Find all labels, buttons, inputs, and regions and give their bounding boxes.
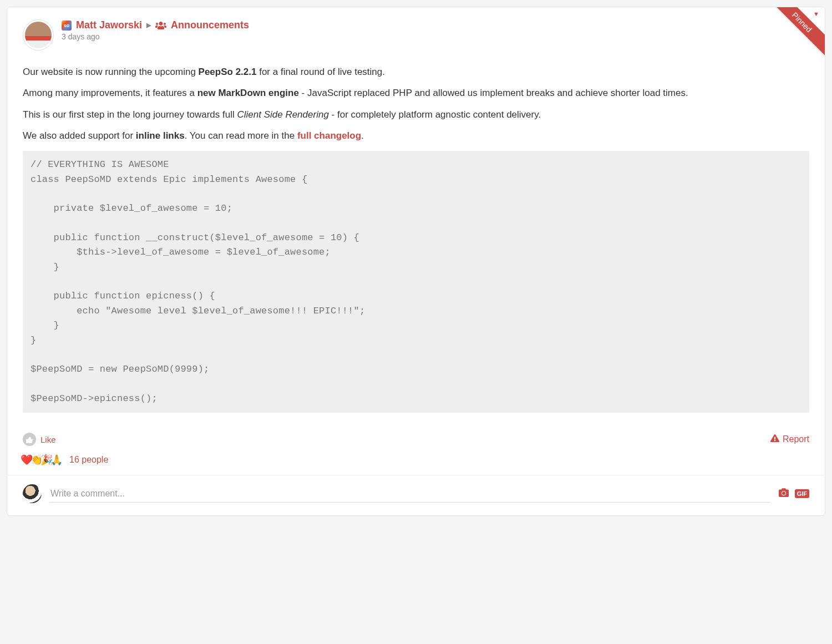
- code-block: // EVERYTHING IS AWESOME class PeepSoMD …: [23, 151, 809, 413]
- post-action-bar: Like Report: [7, 423, 825, 452]
- gif-button[interactable]: GIF: [795, 489, 809, 498]
- post-timestamp[interactable]: 3 days ago: [62, 32, 809, 41]
- post-card: ▼ Pinned so Matt Jaworski ▶ Announcement…: [7, 7, 825, 516]
- group-name-link[interactable]: Announcements: [171, 19, 249, 31]
- reaction-pray-icon: 🙏: [50, 454, 63, 466]
- post-paragraph: Among many improvements, it features a n…: [23, 86, 809, 100]
- post-header: so Matt Jaworski ▶ Announcements 3 days …: [7, 7, 825, 53]
- author-avatar[interactable]: [23, 19, 54, 50]
- thumbs-up-icon: [23, 433, 36, 446]
- warning-icon: [770, 434, 779, 445]
- comment-input[interactable]: [49, 485, 770, 503]
- author-name-link[interactable]: Matt Jaworski: [76, 19, 142, 31]
- reactions-summary[interactable]: ❤️ 👏 🎉 🙏 16 people: [7, 452, 825, 475]
- like-label: Like: [40, 435, 56, 444]
- post-paragraph: Our website is now running the upcoming …: [23, 65, 809, 79]
- post-paragraph: We also added support for inline links. …: [23, 129, 809, 143]
- group-icon: [155, 21, 166, 30]
- camera-icon[interactable]: [778, 488, 789, 500]
- comment-composer: GIF: [7, 475, 825, 515]
- report-label: Report: [783, 434, 809, 444]
- post-meta: so Matt Jaworski ▶ Announcements 3 days …: [62, 19, 809, 41]
- post-paragraph: This is our first step in the long journ…: [23, 108, 809, 122]
- report-button[interactable]: Report: [770, 434, 809, 445]
- like-button[interactable]: Like: [23, 433, 56, 446]
- changelog-link[interactable]: full changelog: [297, 130, 361, 141]
- reaction-count-link[interactable]: 16 people: [69, 455, 108, 465]
- author-badge-icon: so: [62, 21, 72, 31]
- post-body: Our website is now running the upcoming …: [7, 53, 825, 423]
- current-user-avatar[interactable]: [23, 484, 42, 503]
- chevron-right-icon: ▶: [146, 22, 151, 29]
- pinned-caret-icon[interactable]: ▼: [813, 11, 819, 17]
- reaction-emojis: ❤️ 👏 🎉 🙏: [23, 454, 63, 466]
